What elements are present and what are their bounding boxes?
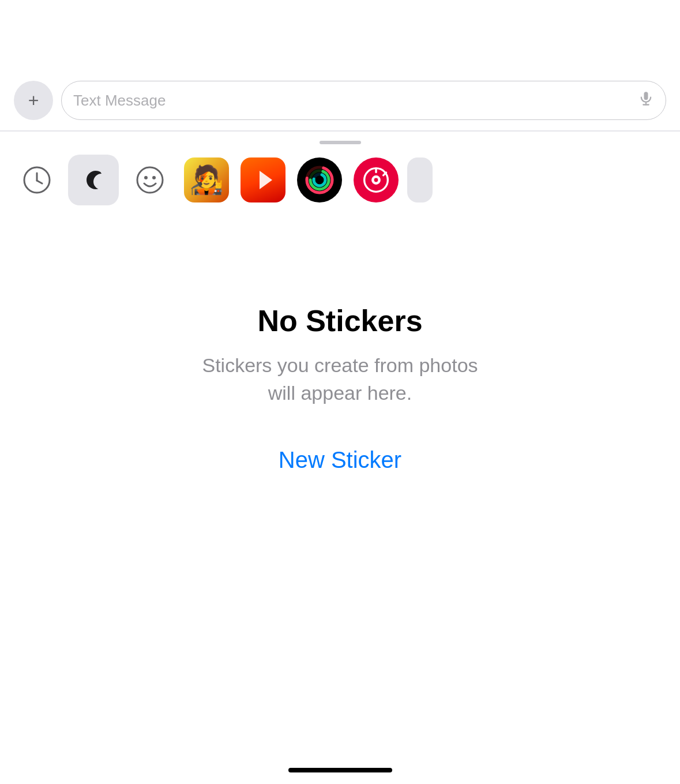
drag-handle-area <box>0 132 680 149</box>
red-app-icon <box>354 157 399 202</box>
drag-handle <box>320 141 361 144</box>
app-icons-row: 🧑‍🎤 <box>0 149 680 211</box>
svg-rect-0 <box>644 92 648 100</box>
svg-point-8 <box>152 176 156 179</box>
main-content: No Stickers Stickers you create from pho… <box>0 257 680 502</box>
svg-line-5 <box>37 181 42 183</box>
partial-icon <box>407 157 433 202</box>
home-indicator <box>288 768 392 772</box>
garageband-icon <box>241 157 285 202</box>
memoji-app-icon: 🧑‍🎤 <box>184 157 229 202</box>
netease-app[interactable] <box>351 155 401 205</box>
no-stickers-title: No Stickers <box>257 303 422 338</box>
plus-button[interactable]: + <box>14 81 53 120</box>
partial-app[interactable] <box>407 155 433 205</box>
sticker-tab[interactable] <box>68 155 119 205</box>
memoji-app[interactable]: 🧑‍🎤 <box>181 155 232 205</box>
svg-point-6 <box>137 167 163 193</box>
activity-icon <box>297 157 342 202</box>
svg-point-17 <box>374 178 378 182</box>
garageband-app[interactable] <box>238 155 288 205</box>
microphone-icon[interactable] <box>638 91 654 111</box>
plus-icon: + <box>28 91 39 110</box>
emoji-tab[interactable] <box>125 155 175 205</box>
svg-point-7 <box>144 176 148 179</box>
top-bar: + Text Message <box>0 0 680 131</box>
recents-tab[interactable] <box>12 155 62 205</box>
message-input-container[interactable]: Text Message <box>61 81 666 120</box>
new-sticker-button[interactable]: New Sticker <box>273 441 407 479</box>
no-stickers-subtitle: Stickers you create from photoswill appe… <box>202 352 478 407</box>
sticker-crescent-icon <box>78 165 108 195</box>
message-placeholder: Text Message <box>73 92 638 110</box>
activity-app[interactable] <box>294 155 345 205</box>
